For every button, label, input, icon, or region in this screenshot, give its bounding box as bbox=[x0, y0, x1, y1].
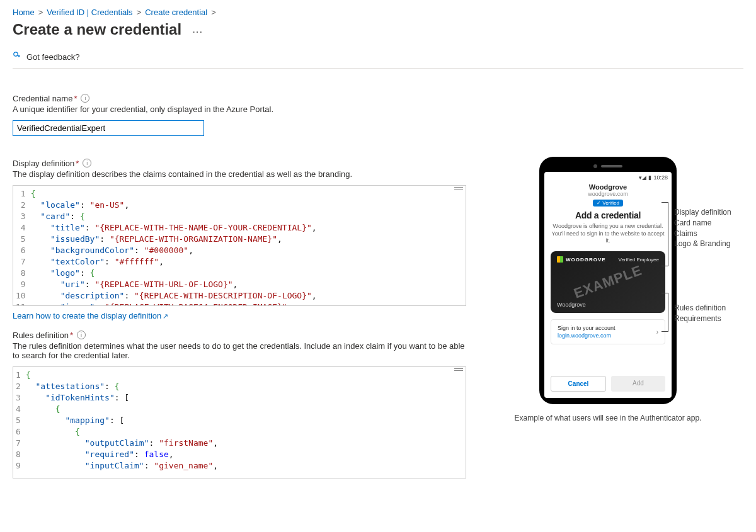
info-icon[interactable]: i bbox=[81, 94, 89, 103]
logo-icon bbox=[557, 256, 563, 263]
more-actions-button[interactable]: ··· bbox=[193, 27, 203, 37]
signin-label: Sign in to your account bbox=[558, 325, 616, 331]
feedback-bar: Got feedback? bbox=[13, 45, 743, 69]
signin-domain: login.woodgrove.com bbox=[558, 332, 616, 339]
breadcrumb-verified-id[interactable]: Verified ID | Credentials bbox=[47, 8, 132, 17]
card-brand: WOODGROVE bbox=[557, 256, 606, 263]
chevron-right-icon: > bbox=[38, 8, 43, 17]
preview-subtitle: Woodgrove is offering you a new credenti… bbox=[551, 223, 665, 245]
display-definition-editor[interactable]: 1234567891011 { "locale": "en-US", "card… bbox=[13, 185, 466, 306]
chevron-right-icon: > bbox=[137, 8, 142, 17]
breadcrumb-create-credential[interactable]: Create credential bbox=[145, 8, 207, 17]
display-definition-label: Display definition* bbox=[13, 159, 79, 168]
credential-name-input[interactable] bbox=[13, 120, 204, 136]
display-definition-section: Display definition* i The display defini… bbox=[13, 159, 466, 320]
credential-card-preview: EXAMPLE WOODGROVE Verified Employee Wood… bbox=[551, 251, 665, 313]
preview-domain: woodgrove.com bbox=[551, 191, 665, 197]
learn-display-definition-link[interactable]: Learn how to create the display definiti… bbox=[13, 311, 168, 320]
credential-name-desc: A unique identifier for your credential,… bbox=[13, 105, 466, 114]
preview-org: Woodgrove bbox=[551, 183, 665, 191]
annotation-display: Display definition Card name Claims Logo… bbox=[674, 207, 743, 249]
info-icon[interactable]: i bbox=[83, 159, 91, 167]
feedback-label: Got feedback? bbox=[26, 52, 80, 62]
feedback-icon bbox=[13, 51, 23, 63]
credential-name-label: Credential name* bbox=[13, 94, 77, 103]
breadcrumb-home[interactable]: Home bbox=[13, 8, 35, 17]
card-issuer: Woodgrove bbox=[557, 302, 586, 308]
rules-definition-desc: The rules definition determines what the… bbox=[13, 341, 466, 360]
battery-icon: ▮ bbox=[648, 174, 651, 181]
chevron-right-icon: > bbox=[211, 8, 216, 17]
code-gutter: 1234567891011 bbox=[13, 186, 31, 306]
verified-badge: ✓ Verified bbox=[593, 200, 623, 207]
page-title: Create a new credential bbox=[13, 21, 181, 38]
chevron-right-icon: › bbox=[656, 329, 658, 336]
preview-title: Add a credential bbox=[551, 210, 665, 220]
clock-label: 10:28 bbox=[653, 174, 668, 181]
resize-handle-icon[interactable] bbox=[454, 367, 463, 373]
external-link-icon: ↗ bbox=[163, 312, 168, 320]
code-lines[interactable]: { "locale": "en-US", "card": { "title": … bbox=[31, 186, 317, 306]
code-gutter: 123456789 bbox=[13, 367, 26, 474]
credential-name-section: Credential name* i A unique identifier f… bbox=[13, 94, 466, 136]
display-definition-desc: The display definition describes the cla… bbox=[13, 169, 466, 179]
code-lines[interactable]: { "attestations": { "idTokenHints": [ { … bbox=[26, 367, 218, 474]
svg-point-0 bbox=[14, 52, 18, 56]
rules-definition-label: Rules definition* bbox=[13, 331, 73, 340]
preview-add-button: Add bbox=[611, 376, 665, 392]
info-icon[interactable]: i bbox=[77, 331, 86, 339]
annotation-rules: Rules definition Requirements bbox=[674, 303, 743, 324]
breadcrumb: Home > Verified ID | Credentials > Creat… bbox=[13, 8, 743, 17]
signin-requirement: Sign in to your account login.woodgrove.… bbox=[551, 319, 665, 344]
rules-definition-section: Rules definition* i The rules definition… bbox=[13, 331, 466, 478]
phone-status-bar: ▾◢ ▮ 10:28 bbox=[544, 172, 672, 183]
got-feedback-link[interactable]: Got feedback? bbox=[13, 51, 80, 63]
preview-column: ▾◢ ▮ 10:28 Woodgrove woodgrove.com ✓ Ver… bbox=[491, 94, 724, 424]
resize-handle-icon[interactable] bbox=[454, 186, 463, 192]
preview-caption: Example of what users will see in the Au… bbox=[491, 413, 724, 424]
phone-screen: ▾◢ ▮ 10:28 Woodgrove woodgrove.com ✓ Ver… bbox=[544, 172, 672, 398]
rules-definition-editor[interactable]: 123456789 { "attestations": { "idTokenHi… bbox=[13, 366, 466, 478]
card-type: Verified Employee bbox=[619, 257, 659, 263]
wifi-icon: ▾◢ bbox=[639, 174, 646, 181]
example-watermark: EXAMPLE bbox=[571, 262, 644, 302]
preview-cancel-button: Cancel bbox=[551, 376, 606, 392]
phone-frame: ▾◢ ▮ 10:28 Woodgrove woodgrove.com ✓ Ver… bbox=[539, 157, 677, 404]
